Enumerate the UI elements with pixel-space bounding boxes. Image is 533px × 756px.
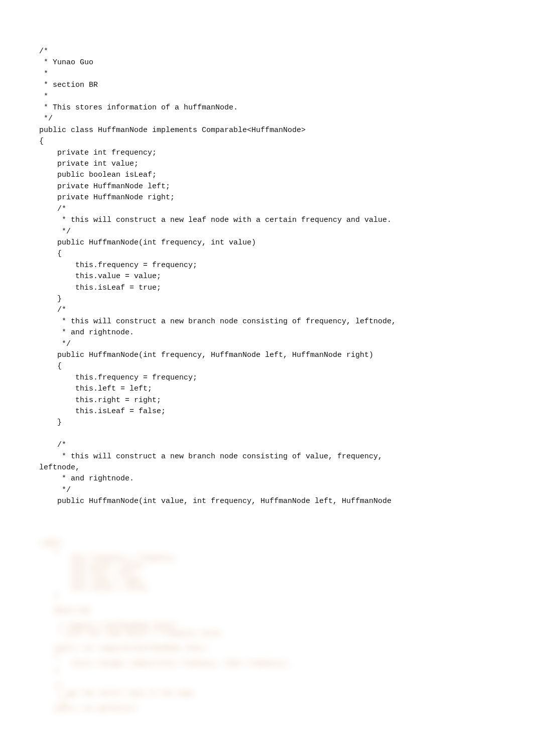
document-page: /* * Yunao Guo * * section BR * * This s… xyxy=(0,0,533,756)
blurred-preview-region: right) { this.frequency = frequency; thi… xyxy=(39,532,494,735)
code-block-visible: /* * Yunao Guo * * section BR * * This s… xyxy=(39,46,494,508)
code-block-blurred: right) { this.frequency = frequency; thi… xyxy=(39,539,494,712)
